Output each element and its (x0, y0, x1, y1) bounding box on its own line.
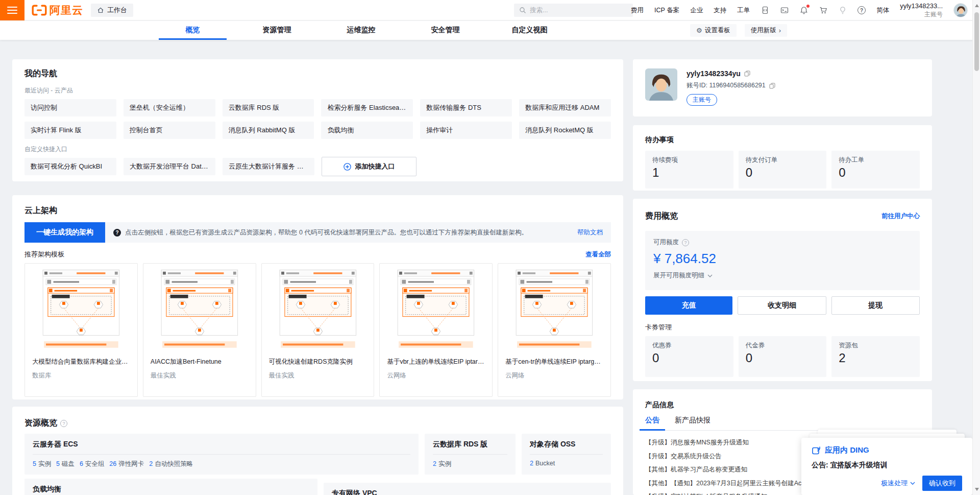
add-shortcut-button[interactable]: 添加快捷入口 (322, 157, 416, 176)
architecture-template-card[interactable]: 可视化快速创建RDS克隆实例 最佳实践 (261, 263, 375, 397)
topbar-right: 费用 ICP 备案 企业 支持 工单 ? 简体 yyly1348233... 主… (631, 0, 968, 20)
cloudshell-icon[interactable] (780, 6, 789, 15)
coupon-tile[interactable]: 资源包 2 (831, 336, 920, 377)
topbar-link-enterprise[interactable]: 企业 (690, 6, 703, 15)
recent-product-item[interactable]: 数据传输服务 DTS (420, 99, 512, 116)
dashboard-settings-button[interactable]: ⚙ 设置看板 (690, 24, 737, 37)
resource-stat-link[interactable]: 6安全组 (80, 460, 104, 468)
tab-announcements[interactable]: 公告 (645, 416, 659, 430)
recent-product-item[interactable]: 操作审计 (420, 122, 512, 139)
view-tabs: 概览 资源管理 运维监控 安全管理 自定义视图 (151, 21, 572, 40)
divider (33, 454, 410, 455)
income-expense-button[interactable]: 收支明细 (738, 296, 826, 315)
scrollbar-thumb[interactable] (974, 12, 979, 71)
copy-icon[interactable] (769, 83, 775, 89)
resource-stat-link[interactable]: 5磁盘 (56, 460, 75, 468)
generate-architecture-button[interactable]: 一键生成我的架构 (24, 222, 105, 243)
notification-bell-icon[interactable] (799, 6, 808, 15)
todo-tile[interactable]: 待支付订单 0 (739, 151, 827, 188)
scroll-up-arrow[interactable] (975, 4, 979, 7)
recent-product-item[interactable]: 数据库和应用迁移 ADAM (519, 99, 611, 116)
user-name: yyly1348233... (900, 2, 943, 10)
resource-tile-rds[interactable]: 云数据库 RDS 版 2实例 (425, 434, 516, 475)
help-icon[interactable]: ? (857, 6, 866, 14)
user-avatar[interactable] (953, 3, 968, 17)
topbar-link-ticket[interactable]: 工单 (737, 6, 750, 15)
custom-entry-dataworks-highlighted[interactable]: 大数据开发治理平台 Data... (124, 158, 215, 175)
quota-box: 可用额度 ? ¥ 7,864.52 展开可用额度明细 (645, 231, 920, 290)
withdraw-button[interactable]: 提现 (831, 296, 920, 315)
architecture-template-card[interactable]: 基于vbr上连的单线连续EIP iptarget绑... 云网络 (379, 263, 493, 397)
cart-icon[interactable] (819, 6, 827, 15)
recharge-button[interactable]: 充值 (645, 296, 732, 315)
coupon-tile[interactable]: 代金券 0 (739, 336, 827, 377)
resource-tile-title: 对象存储 OSS (530, 440, 603, 449)
home-icon (97, 7, 104, 14)
lightbulb-icon[interactable] (838, 6, 847, 15)
tab-new-products[interactable]: 新产品快报 (675, 416, 710, 430)
architecture-thumbnail (143, 264, 256, 353)
architecture-template-card[interactable]: AIACC加速Bert-Finetune 最佳实践 (143, 263, 256, 397)
use-new-version-button[interactable]: 使用新版 › (745, 24, 787, 37)
resource-tile-oss[interactable]: 对象存储 OSS 2Bucket (522, 434, 611, 475)
resource-tile-vpc[interactable]: 专有网络 VPC (324, 483, 611, 495)
recent-product-item[interactable]: 消息队列 RocketMQ 版 (519, 122, 611, 139)
topbar-link-billing[interactable]: 费用 (631, 6, 644, 15)
topbar-link-support[interactable]: 支持 (714, 6, 726, 15)
recent-product-item[interactable]: 消息队列 RabbitMQ 版 (223, 122, 314, 139)
resource-tile-ecs[interactable]: 云服务器 ECS 5实例5磁盘6安全组26弹性网卡2自动快照策略 (24, 434, 419, 475)
custom-entry-quickbi[interactable]: 数据可视化分析 QuickBI (24, 158, 116, 175)
resource-stat-link[interactable]: 2实例 (433, 460, 451, 468)
hamburger-menu-icon[interactable] (0, 0, 24, 20)
quick-handle-link[interactable]: 极速处理 (881, 479, 915, 488)
resource-stat-link[interactable]: 2自动快照策略 (149, 460, 193, 468)
todo-tile[interactable]: 待办工单 0 (831, 151, 920, 188)
workspace-button[interactable]: 工作台 (91, 4, 133, 17)
tab-custom-view[interactable]: 自定义视图 (487, 21, 572, 40)
scroll-down-arrow[interactable] (975, 488, 979, 491)
tab-overview[interactable]: 概览 (151, 21, 235, 40)
recent-product-item[interactable]: 访问控制 (24, 99, 116, 116)
todo-tiles: 待续费项 1 待支付订单 0 待办工单 0 (645, 151, 920, 188)
info-circle-icon[interactable]: ? (60, 420, 67, 427)
recent-product-item[interactable]: 堡垒机（安全运维） (124, 99, 215, 116)
coupon-tile[interactable]: 优惠券 0 (645, 336, 733, 377)
expand-quota-detail[interactable]: 展开可用额度明细 (653, 271, 912, 280)
recent-product-item[interactable]: 实时计算 Flink 版 (24, 122, 116, 139)
info-circle-icon[interactable]: ? (682, 239, 689, 246)
tab-resource-management[interactable]: 资源管理 (235, 21, 319, 40)
tab-security-management[interactable]: 安全管理 (403, 21, 487, 40)
custom-entry-maxcompute[interactable]: 云原生大数据计算服务 Ma... (223, 158, 314, 175)
aliyun-logo[interactable]: 阿里云 (32, 0, 83, 20)
recent-product-item[interactable]: 云数据库 RDS 版 (223, 99, 314, 116)
architecture-template-card[interactable]: 大模型结合向量数据库构建企业级专... 数据库 (24, 263, 138, 397)
confirm-received-button[interactable]: 确认收到 (922, 476, 962, 491)
search-input[interactable] (530, 7, 628, 14)
architecture-template-card[interactable]: 基于cen-tr的单线连续EIP iptarget绑定 云网络 (498, 263, 611, 397)
copy-icon[interactable] (744, 70, 750, 77)
user-menu[interactable]: yyly1348233... 主账号 (900, 2, 943, 18)
resource-tile-slb[interactable]: 负载均衡 (24, 479, 317, 495)
recent-product-item[interactable]: 负载均衡 (321, 122, 413, 139)
view-all-link[interactable]: 查看全部 (585, 250, 611, 259)
global-search[interactable] (514, 4, 633, 17)
templates-header: 推荐架构模板 查看全部 (24, 250, 611, 259)
account-avatar[interactable] (645, 68, 677, 101)
recent-product-item[interactable]: 检索分析服务 Elasticsearch 版 (321, 99, 413, 116)
stat-value: 2 (149, 460, 153, 467)
topbar-link-icp[interactable]: ICP 备案 (654, 6, 679, 15)
mobile-app-icon[interactable] (761, 6, 769, 15)
plus-circle-icon (344, 163, 351, 171)
recent-product-item[interactable]: 控制台首页 (124, 122, 215, 139)
topbar: 阿里云 工作台 费用 ICP 备案 企业 支持 工单 ? 简体 yyly1348… (0, 0, 980, 20)
coupon-tiles: 优惠券 0 代金券 0 资源包 2 (645, 336, 920, 377)
language-switch[interactable]: 简体 (876, 6, 889, 15)
page-scrollbar[interactable] (972, 0, 980, 495)
todo-tile[interactable]: 待续费项 1 (645, 151, 733, 188)
resource-stat-link[interactable]: 2Bucket (530, 460, 555, 467)
tab-ops-monitoring[interactable]: 运维监控 (319, 21, 403, 40)
help-doc-link[interactable]: 帮助文档 (577, 228, 603, 237)
user-center-link[interactable]: 前往用户中心 (881, 212, 920, 221)
resource-stat-link[interactable]: 5实例 (33, 460, 51, 468)
resource-stat-link[interactable]: 26弹性网卡 (109, 460, 144, 468)
